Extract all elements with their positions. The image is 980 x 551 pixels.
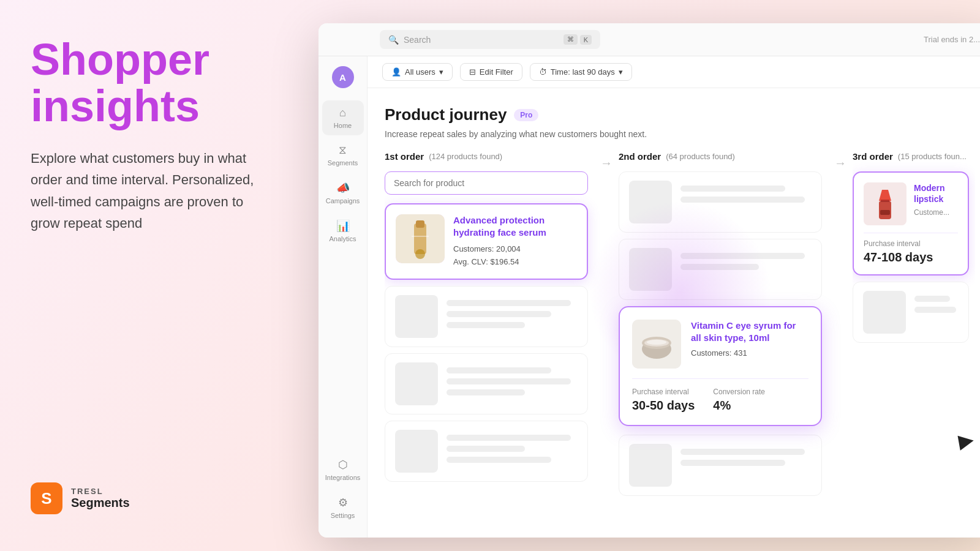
sidebar-item-analytics[interactable]: 📊 Analytics — [322, 213, 364, 249]
pro-badge: Pro — [514, 109, 538, 121]
page-subtitle: Increase repeat sales by analyzing what … — [385, 129, 975, 139]
product-card-3rd[interactable]: Modern lipstick Custome... Purchase inte… — [853, 171, 969, 276]
skeleton-line — [447, 457, 551, 463]
product-clv-1: Avg. CLV: $196.54 — [453, 256, 577, 269]
time-filter-button[interactable]: ⏱ Time: last 90 days ▾ — [530, 63, 632, 81]
skeleton-img — [629, 248, 672, 291]
campaigns-icon: 📣 — [336, 181, 350, 195]
card-2nd-header: Vitamin C eye syrum for all skin type, 1… — [632, 320, 809, 369]
product-customers-1: Customers: 20,004 — [453, 243, 577, 256]
users-filter-button[interactable]: 👤 All users ▾ — [382, 63, 453, 81]
edit-filter-button[interactable]: ⊟ Edit Filter — [460, 63, 522, 81]
skeleton-card-3 — [385, 421, 588, 482]
svg-rect-2 — [416, 220, 424, 228]
journey-area: 1st order (124 products found) — [385, 151, 975, 511]
column-header-1st: 1st order (124 products found) — [385, 151, 588, 162]
product-image-2nd — [632, 320, 681, 369]
skeleton-line — [680, 197, 805, 203]
sidebar-item-settings[interactable]: ⚙ Settings — [322, 490, 364, 525]
skeleton-area — [853, 282, 969, 343]
product-card-2nd[interactable]: Vitamin C eye syrum for all skin type, 1… — [619, 306, 822, 426]
skeleton-img — [863, 291, 906, 334]
brand-company: TRESL — [71, 487, 130, 496]
product-customers-3rd: Custome... — [914, 208, 958, 217]
time-label: Time: last 90 days — [551, 67, 615, 77]
interval-label: Purchase interval — [864, 239, 958, 248]
product-name-3rd: Modern lipstick — [914, 182, 958, 204]
search-text: Search — [404, 35, 559, 45]
analytics-icon: 📊 — [336, 219, 350, 233]
brand-logo: S TRESL Segments — [31, 482, 270, 514]
product-image-1 — [396, 214, 445, 263]
card-3rd-interval: Purchase interval 47-108 days — [864, 233, 958, 264]
column-3rd-order: 3rd order (15 products foun... — [853, 151, 975, 511]
skeleton-line — [447, 322, 525, 328]
arrow-2-to-3: → — [828, 151, 853, 511]
skeleton-line — [914, 307, 956, 313]
stat-conversion-rate: Conversion rate 4% — [713, 388, 765, 413]
brand-product: Segments — [71, 496, 130, 510]
purchase-interval-label: Purchase interval — [632, 388, 695, 396]
skeleton-line — [680, 253, 805, 259]
svg-rect-13 — [880, 210, 890, 215]
skeleton-img — [629, 444, 672, 487]
column-2nd-order: 2nd order (64 products found) — [619, 151, 828, 511]
skeleton-card-2 — [385, 353, 588, 414]
chevron-down-icon: ▾ — [439, 67, 443, 77]
brand-icon: S — [31, 482, 62, 514]
search-shortcut: ⌘ K — [564, 34, 592, 45]
product-search-input[interactable] — [385, 171, 588, 195]
chevron-down-icon: ▾ — [619, 67, 623, 77]
card-2nd-stats: Purchase interval 30-50 days Conversion … — [632, 378, 809, 413]
headline: Shopper insights — [31, 37, 270, 129]
svg-point-3 — [415, 249, 425, 259]
left-panel: Shopper insights Explore what customers … — [0, 0, 300, 551]
svg-rect-14 — [881, 200, 889, 202]
skeleton-lines — [447, 430, 578, 473]
skeleton-line — [447, 378, 571, 384]
filter-label: Edit Filter — [480, 67, 513, 77]
sidebar-item-label: Integrations — [325, 474, 360, 481]
global-search[interactable]: 🔍 Search ⌘ K — [380, 30, 600, 49]
trial-text: Trial ends in 2... — [924, 35, 980, 44]
conversion-rate-value: 4% — [713, 399, 765, 413]
skeleton-card-4 — [619, 171, 822, 233]
svg-rect-4 — [412, 236, 429, 237]
search-icon: 🔍 — [388, 35, 399, 45]
skeleton-card-5 — [619, 239, 822, 300]
skeleton-line — [447, 311, 551, 317]
column-count-2nd: (64 products found) — [666, 152, 735, 161]
skeleton-img — [395, 295, 438, 338]
svg-point-9 — [647, 340, 666, 345]
product-info-2nd: Vitamin C eye syrum for all skin type, 1… — [691, 320, 809, 369]
product-info-1: Advanced protection hydrating face serum… — [453, 214, 577, 269]
product-card-1[interactable]: Advanced protection hydrating face serum… — [385, 203, 588, 280]
column-header-2nd: 2nd order (64 products found) — [619, 151, 822, 162]
skeleton-lines — [447, 362, 578, 405]
sidebar-item-label: Settings — [331, 512, 355, 519]
sidebar-item-campaigns[interactable]: 📣 Campaigns — [322, 175, 364, 211]
skeleton-card-6 — [619, 435, 822, 496]
skeleton-card-1 — [385, 286, 588, 347]
sidebar-item-home[interactable]: ⌂ Home — [322, 100, 364, 135]
product-name-1: Advanced protection hydrating face serum — [453, 214, 577, 238]
skeleton-line — [447, 389, 525, 395]
skeleton-line — [914, 296, 950, 302]
column-header-3rd: 3rd order (15 products foun... — [853, 151, 969, 162]
card-3rd-header: Modern lipstick Custome... — [864, 182, 958, 225]
page-header: Product journey Pro Increase repeat sale… — [385, 105, 975, 139]
description: Explore what customers buy in what order… — [31, 148, 263, 234]
settings-icon: ⚙ — [338, 496, 348, 509]
interval-value: 47-108 days — [864, 250, 958, 264]
skeleton-card-7 — [853, 282, 969, 343]
page-content: Product journey Pro Increase repeat sale… — [368, 88, 980, 538]
sidebar-item-segments[interactable]: ⧖ Segments — [322, 138, 364, 173]
user-icon: 👤 — [391, 67, 401, 77]
sidebar-item-label: Analytics — [329, 235, 356, 242]
skeleton-lines — [680, 248, 812, 291]
skeleton-img — [395, 430, 438, 473]
product-image-3rd — [864, 182, 907, 225]
sidebar-item-label: Campaigns — [326, 197, 360, 204]
sidebar-item-integrations[interactable]: ⬡ Integrations — [322, 452, 364, 487]
page-title: Product journey — [385, 105, 507, 124]
